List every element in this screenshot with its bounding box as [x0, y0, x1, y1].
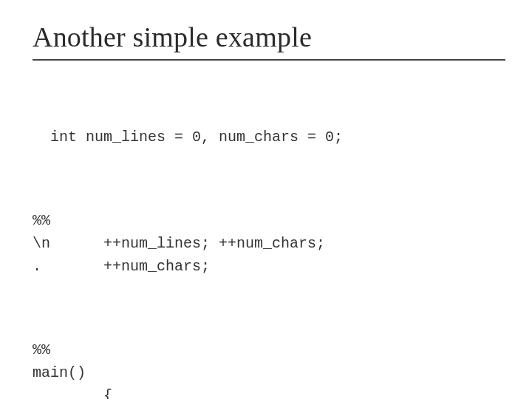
code-line: int num_lines = 0, num_chars = 0;: [33, 129, 343, 146]
code-line: \n ++num_lines; ++num_chars;: [33, 235, 325, 252]
code-line: main(): [33, 364, 86, 381]
code-line: %%: [33, 212, 50, 229]
slide-title: Another simple example: [33, 21, 505, 53]
code-line: {: [33, 387, 112, 399]
code-section-rules: %% \n ++num_lines; ++num_chars; . ++num_…: [33, 209, 505, 278]
code-section-decl: int num_lines = 0, num_chars = 0;: [33, 126, 505, 149]
code-line: %%: [33, 341, 50, 358]
code-block: int num_lines = 0, num_chars = 0; %% \n …: [33, 80, 505, 399]
code-section-main: %% main() { yylex(); printf( "# lines = …: [33, 338, 505, 399]
code-line: . ++num_chars;: [33, 258, 210, 275]
title-underline: [33, 59, 505, 61]
slide: Another simple example int num_lines = 0…: [0, 0, 532, 399]
